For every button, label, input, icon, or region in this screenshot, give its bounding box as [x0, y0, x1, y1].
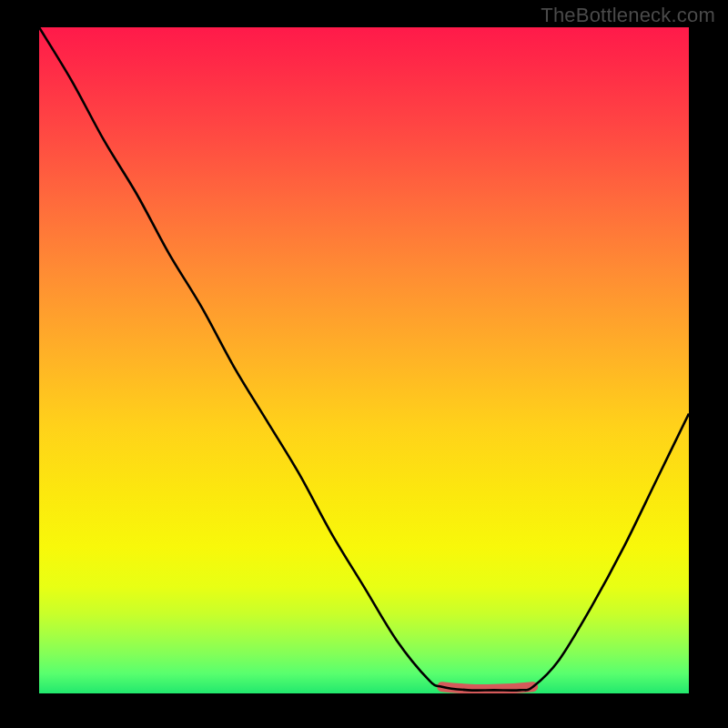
plot-area — [39, 27, 689, 693]
bottleneck-curve — [39, 27, 689, 691]
watermark-text: TheBottleneck.com — [541, 4, 715, 27]
chart-svg — [39, 27, 689, 693]
